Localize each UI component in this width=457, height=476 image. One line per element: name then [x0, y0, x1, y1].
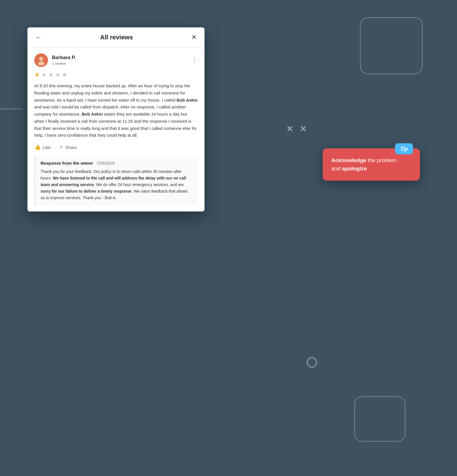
owner-response-text: Thank you for your feedback. Our policy … — [41, 168, 193, 201]
owner-response-date: 7/25/2019 — [97, 161, 114, 166]
bg-decoration-top-right — [360, 17, 423, 74]
reviewer-menu-icon[interactable]: ⋮ — [192, 57, 198, 63]
back-button[interactable]: ← — [34, 33, 43, 42]
star-rating: ★ ★ ★ ★ ★ — [34, 71, 198, 78]
owner-text-part2: . We do offer 24 hour emergency services… — [94, 182, 184, 187]
tip-text-bold2: apologize — [342, 166, 367, 172]
reviewer-info: Barbara P. 1 review — [34, 53, 76, 67]
review-text: At 9:30 this evening, my entire house ba… — [34, 82, 198, 139]
tip-text-normal2: and — [331, 166, 342, 172]
like-button[interactable]: 👍 Like — [34, 144, 51, 150]
svg-point-0 — [39, 57, 43, 61]
review-text-part1: At 9:30 this evening, my entire house ba… — [34, 83, 190, 102]
tip-text-normal1: the problem — [366, 157, 396, 163]
owner-response-header: Response from the owner 7/25/2019 — [41, 161, 193, 166]
review-inline-name1: Bob Askin — [177, 98, 198, 102]
reviewer-details: Barbara P. 1 review — [52, 55, 76, 65]
bg-decoration-bottom-right — [354, 396, 406, 442]
tip-badge: Tip — [395, 143, 413, 154]
star-2: ★ — [41, 71, 47, 78]
star-5: ★ — [62, 71, 67, 78]
owner-response: Response from the owner 7/25/2019 Thank … — [34, 156, 198, 206]
tip-card: Tip Acknowledge the problem and apologiz… — [323, 148, 420, 181]
svg-point-1 — [38, 61, 44, 65]
reviewer-review-count: 1 review — [52, 61, 76, 66]
tip-text-bold1: Acknowledge — [331, 157, 366, 163]
share-label: Share — [65, 145, 77, 150]
reviews-modal: ← All reviews ✕ Barbara P. 1 review — [27, 27, 205, 211]
reviewer-avatar — [34, 53, 48, 67]
owner-response-label: Response from the owner — [41, 161, 93, 166]
reviewer-header: Barbara P. 1 review ⋮ — [34, 53, 198, 67]
circle-decoration — [307, 357, 317, 368]
star-4: ★ — [55, 71, 61, 78]
reviewer-name: Barbara P. — [52, 55, 76, 60]
modal-header: ← All reviews ✕ — [27, 27, 205, 48]
xx-decoration: × × — [287, 123, 308, 135]
tip-text: Acknowledge the problem and apologize — [331, 156, 411, 173]
like-icon: 👍 — [34, 144, 41, 150]
share-icon: ↗ — [59, 144, 63, 150]
review-actions: 👍 Like ↗ Share — [34, 144, 198, 150]
owner-text-bold2: sorry for our failure to deliver a timel… — [41, 189, 131, 193]
star-1: ★ — [34, 71, 40, 78]
star-3: ★ — [48, 71, 54, 78]
like-label: Like — [43, 145, 51, 150]
modal-title: All reviews — [100, 34, 133, 41]
share-button[interactable]: ↗ Share — [59, 144, 77, 150]
close-button[interactable]: ✕ — [190, 33, 198, 42]
review-inline-name2: Bob Askin — [82, 112, 103, 116]
bg-decoration-line-left — [0, 108, 23, 109]
modal-body: Barbara P. 1 review ⋮ ★ ★ ★ ★ ★ At 9:30 … — [27, 48, 205, 211]
